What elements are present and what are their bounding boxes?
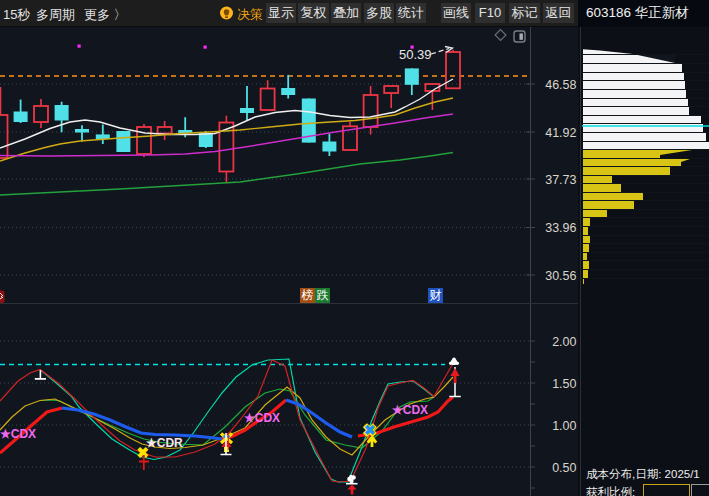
- svg-text:50.39: 50.39: [399, 47, 432, 62]
- svg-text:★CDR: ★CDR: [146, 436, 183, 450]
- svg-text:★CDX: ★CDX: [392, 403, 428, 417]
- svg-text:2.00: 2.00: [552, 335, 576, 349]
- svg-text:1.00: 1.00: [552, 419, 576, 433]
- svg-text:✖: ✖: [137, 444, 150, 461]
- svg-text:✖: ✖: [364, 422, 376, 438]
- svg-text:46.58: 46.58: [545, 78, 576, 92]
- svg-text:33.96: 33.96: [545, 221, 576, 235]
- svg-text:★CDX: ★CDX: [0, 427, 36, 441]
- svg-text:37.73: 37.73: [545, 173, 576, 187]
- svg-text:★CDX: ★CDX: [244, 411, 280, 425]
- svg-text:41.92: 41.92: [545, 126, 576, 140]
- svg-text:0.50: 0.50: [552, 461, 576, 475]
- svg-text:1.50: 1.50: [552, 377, 576, 391]
- svg-text:30.56: 30.56: [545, 269, 576, 283]
